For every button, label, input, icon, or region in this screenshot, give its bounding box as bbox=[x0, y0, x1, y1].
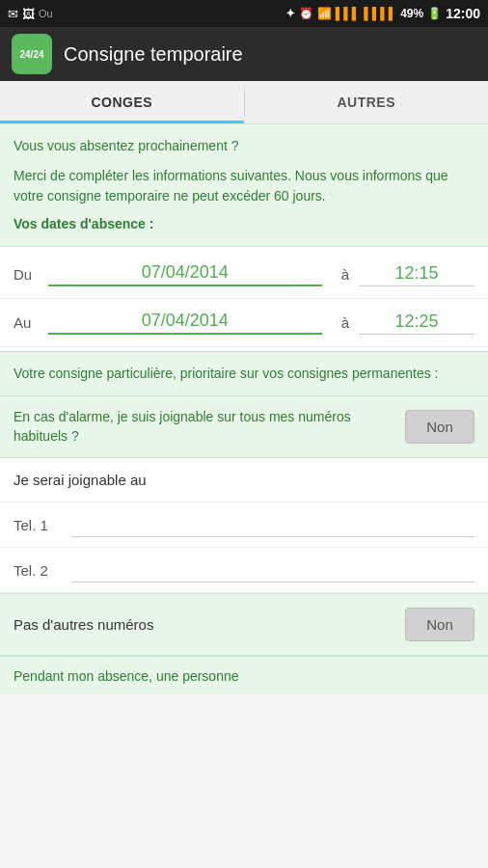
to-time-value[interactable]: 12:25 bbox=[359, 312, 474, 335]
contact-title: Je serai joignable au bbox=[14, 472, 474, 488]
image-icon: 🖼 bbox=[22, 7, 35, 21]
status-right-icons: ✦ ⏰ 📶 ▌▌▌ ▌▌▌▌ 49% 🔋 12:00 bbox=[285, 6, 480, 21]
date-section: Du 07/04/2014 à 12:15 Au 07/04/2014 à 12… bbox=[0, 247, 488, 351]
outlook-icon: Ou bbox=[39, 8, 53, 19]
from-date-row: Du 07/04/2014 à 12:15 bbox=[0, 251, 488, 299]
tab-conges-label: CONGES bbox=[91, 95, 152, 110]
app-title: Consigne temporaire bbox=[64, 43, 243, 66]
signal-icon2: ▌▌▌▌ bbox=[364, 7, 396, 20]
content-area: Vous vous absentez prochainement ? Merci… bbox=[0, 124, 488, 865]
tel2-row: Tel. 2 bbox=[0, 548, 488, 593]
to-label: Au bbox=[14, 314, 48, 331]
bottom-teaser-text: Pendant mon absence, une personne bbox=[14, 668, 474, 684]
info-description: Merci de compléter les informations suiv… bbox=[14, 166, 474, 206]
tab-autres[interactable]: AUTRES bbox=[245, 81, 489, 123]
status-left-icons: ✉ 🖼 Ou bbox=[8, 7, 53, 21]
from-label: Du bbox=[14, 266, 48, 283]
info-section: Vous vous absentez prochainement ? Merci… bbox=[0, 124, 488, 247]
bottom-teaser: Pendant mon absence, une personne bbox=[0, 655, 488, 695]
battery-icon: 🔋 bbox=[427, 7, 442, 20]
dates-label: Vos dates d'absence : bbox=[14, 214, 474, 234]
from-date-value[interactable]: 07/04/2014 bbox=[48, 262, 322, 286]
alarm-toggle-row: En cas d'alarme, je suis joignable sur t… bbox=[0, 396, 488, 458]
app-icon: 24/24 bbox=[12, 34, 52, 74]
from-separator: à bbox=[341, 266, 349, 283]
to-date-row: Au 07/04/2014 à 12:25 bbox=[0, 299, 488, 347]
from-time-value[interactable]: 12:15 bbox=[359, 263, 474, 286]
bluetooth-icon: ✦ bbox=[285, 7, 295, 20]
app-bar: 24/24 Consigne temporaire bbox=[0, 27, 488, 81]
to-separator: à bbox=[341, 314, 349, 331]
absence-question: Vous vous absentez prochainement ? bbox=[14, 136, 474, 156]
email-icon: ✉ bbox=[8, 7, 18, 21]
contact-section: Je serai joignable au bbox=[0, 458, 488, 502]
tab-autres-label: AUTRES bbox=[337, 95, 395, 110]
tel1-label: Tel. 1 bbox=[14, 517, 71, 533]
other-numbers-label: Pas d'autres numéros bbox=[14, 616, 153, 633]
tab-conges[interactable]: CONGES bbox=[0, 81, 244, 123]
tel2-label: Tel. 2 bbox=[14, 562, 71, 579]
app-icon-text: 24/24 bbox=[19, 49, 43, 60]
wifi-icon: 📶 bbox=[317, 7, 332, 20]
tabs: CONGES AUTRES bbox=[0, 81, 488, 124]
tel1-row: Tel. 1 bbox=[0, 502, 488, 548]
other-non-button[interactable]: Non bbox=[405, 608, 474, 641]
instruction-section: Votre consigne particulière, prioritaire… bbox=[0, 351, 488, 396]
alarm-non-button[interactable]: Non bbox=[405, 410, 474, 444]
clock: 12:00 bbox=[446, 6, 480, 21]
other-numbers-row: Pas d'autres numéros Non bbox=[0, 593, 488, 655]
alarm-icon: ⏰ bbox=[299, 7, 313, 20]
battery-percent: 49% bbox=[400, 7, 423, 20]
tel2-input[interactable] bbox=[71, 557, 474, 583]
to-date-value[interactable]: 07/04/2014 bbox=[48, 311, 322, 335]
alarm-label: En cas d'alarme, je suis joignable sur t… bbox=[14, 408, 393, 446]
status-bar: ✉ 🖼 Ou ✦ ⏰ 📶 ▌▌▌ ▌▌▌▌ 49% 🔋 12:00 bbox=[0, 0, 488, 27]
tel1-input[interactable] bbox=[71, 512, 474, 537]
signal-icon: ▌▌▌ bbox=[336, 7, 361, 20]
instruction-text: Votre consigne particulière, prioritaire… bbox=[14, 364, 474, 384]
